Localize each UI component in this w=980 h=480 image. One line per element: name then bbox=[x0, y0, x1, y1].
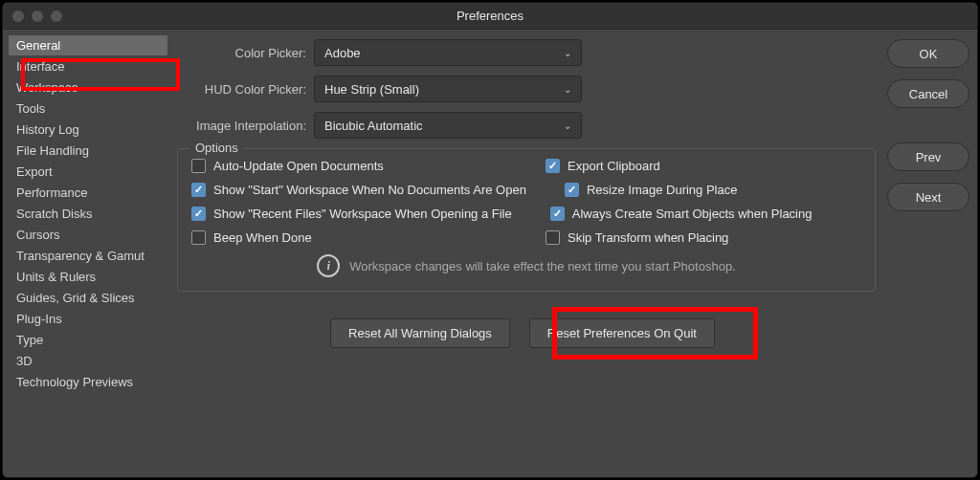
titlebar: Preferences bbox=[3, 3, 977, 30]
sidebar-item-guides-grid-slices[interactable]: Guides, Grid & Slices bbox=[9, 288, 167, 308]
info-text: Workspace changes will take effect the n… bbox=[349, 259, 735, 273]
sidebar-item-type[interactable]: Type bbox=[9, 330, 167, 350]
check-label: Show "Start" Workspace When No Documents… bbox=[213, 183, 526, 197]
select-image-interpolation-value: Bicubic Automatic bbox=[324, 119, 423, 133]
check-show-recent-files-workspace[interactable]: Show "Recent Files" Workspace When Openi… bbox=[191, 207, 512, 221]
prev-button[interactable]: Prev bbox=[887, 142, 969, 171]
select-color-picker[interactable]: Adobe ⌄ bbox=[314, 39, 582, 66]
preferences-window: Preferences General Interface Workspace … bbox=[2, 2, 978, 478]
sidebar-item-scratch-disks[interactable]: Scratch Disks bbox=[9, 204, 167, 224]
select-hud-color-picker[interactable]: Hue Strip (Small) ⌄ bbox=[314, 76, 582, 102]
check-always-create-smart-objects[interactable]: Always Create Smart Objects when Placing bbox=[550, 207, 861, 221]
content-area: Color Picker: Adobe ⌄ HUD Color Picker: … bbox=[167, 30, 977, 477]
next-button[interactable]: Next bbox=[887, 183, 969, 211]
sidebar-item-performance[interactable]: Performance bbox=[9, 183, 167, 203]
check-label: Skip Transform when Placing bbox=[568, 230, 728, 245]
label-color-picker: Color Picker: bbox=[169, 46, 314, 60]
info-icon: i bbox=[317, 254, 340, 277]
select-color-picker-value: Adobe bbox=[324, 46, 361, 60]
cancel-button[interactable]: Cancel bbox=[887, 79, 969, 108]
window-body: General Interface Workspace Tools Histor… bbox=[3, 30, 977, 477]
check-label: Resize Image During Place bbox=[587, 183, 738, 197]
chevron-down-icon: ⌄ bbox=[564, 48, 571, 58]
action-row: Reset All Warning Dialogs Reset Preferen… bbox=[169, 318, 876, 348]
sidebar-item-history-log[interactable]: History Log bbox=[9, 120, 167, 140]
check-label: Auto-Update Open Documents bbox=[213, 159, 384, 173]
sidebar-item-interface[interactable]: Interface bbox=[9, 56, 167, 76]
select-image-interpolation[interactable]: Bicubic Automatic ⌄ bbox=[314, 112, 582, 139]
category-sidebar: General Interface Workspace Tools Histor… bbox=[3, 30, 167, 477]
reset-all-warning-dialogs-button[interactable]: Reset All Warning Dialogs bbox=[330, 318, 510, 348]
row-image-interpolation: Image Interpolation: Bicubic Automatic ⌄ bbox=[169, 112, 876, 139]
center-panel: Color Picker: Adobe ⌄ HUD Color Picker: … bbox=[169, 39, 876, 468]
sidebar-item-plug-ins[interactable]: Plug-Ins bbox=[9, 309, 167, 329]
check-show-start-workspace[interactable]: Show "Start" Workspace When No Documents… bbox=[191, 183, 526, 197]
sidebar-item-transparency-gamut[interactable]: Transparency & Gamut bbox=[9, 246, 167, 266]
check-export-clipboard[interactable]: Export Clipboard bbox=[546, 159, 861, 173]
check-resize-image-during-place[interactable]: Resize Image During Place bbox=[565, 183, 861, 197]
sidebar-item-cursors[interactable]: Cursors bbox=[9, 225, 167, 245]
row-color-picker: Color Picker: Adobe ⌄ bbox=[169, 39, 876, 66]
select-hud-color-picker-value: Hue Strip (Small) bbox=[324, 82, 419, 97]
sidebar-item-file-handling[interactable]: File Handling bbox=[9, 141, 167, 161]
sidebar-item-general[interactable]: General bbox=[9, 35, 167, 55]
sidebar-item-technology-previews[interactable]: Technology Previews bbox=[9, 372, 167, 392]
chevron-down-icon: ⌄ bbox=[564, 120, 571, 131]
check-label: Export Clipboard bbox=[568, 159, 660, 173]
check-label: Always Create Smart Objects when Placing bbox=[572, 207, 813, 221]
chevron-down-icon: ⌄ bbox=[564, 84, 571, 95]
label-hud-color-picker: HUD Color Picker: bbox=[169, 82, 314, 97]
window-title: Preferences bbox=[3, 9, 977, 23]
sidebar-item-units-rulers[interactable]: Units & Rulers bbox=[9, 267, 167, 287]
ok-button[interactable]: OK bbox=[887, 39, 969, 68]
check-beep-when-done[interactable]: Beep When Done bbox=[191, 230, 507, 245]
sidebar-item-export[interactable]: Export bbox=[9, 162, 167, 182]
check-auto-update-open-documents[interactable]: Auto-Update Open Documents bbox=[191, 159, 507, 173]
sidebar-item-workspace[interactable]: Workspace bbox=[9, 77, 167, 98]
check-skip-transform-when-placing[interactable]: Skip Transform when Placing bbox=[546, 230, 861, 245]
row-hud-color-picker: HUD Color Picker: Hue Strip (Small) ⌄ bbox=[169, 76, 876, 102]
options-group-title: Options bbox=[189, 141, 244, 155]
right-button-column: OK Cancel Prev Next bbox=[887, 39, 969, 468]
info-row: i Workspace changes will take effect the… bbox=[191, 254, 861, 277]
options-group: Options Auto-Update Open Documents Expor… bbox=[177, 148, 876, 292]
label-image-interpolation: Image Interpolation: bbox=[169, 119, 314, 133]
sidebar-item-3d[interactable]: 3D bbox=[9, 351, 167, 371]
check-label: Beep When Done bbox=[213, 230, 312, 245]
sidebar-item-tools[interactable]: Tools bbox=[9, 98, 167, 119]
check-label: Show "Recent Files" Workspace When Openi… bbox=[213, 207, 512, 221]
reset-preferences-on-quit-button[interactable]: Reset Preferences On Quit bbox=[529, 318, 715, 348]
